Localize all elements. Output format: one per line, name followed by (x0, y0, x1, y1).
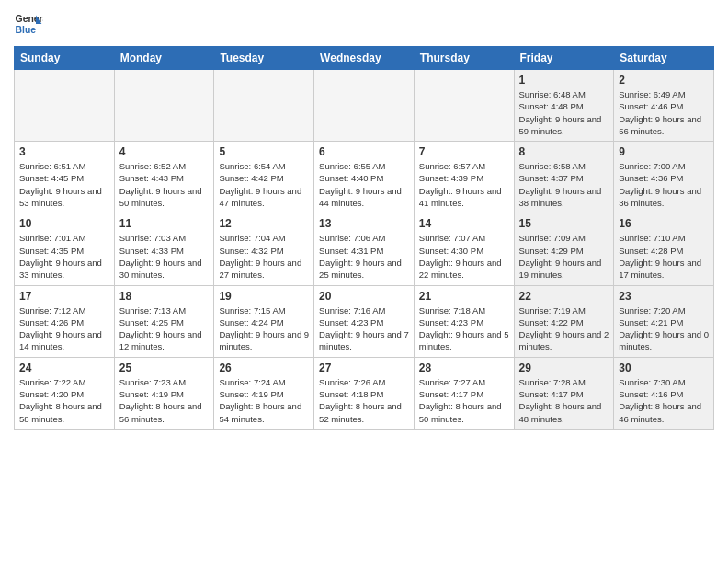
calendar-week-row: 10Sunrise: 7:01 AM Sunset: 4:35 PM Dayli… (15, 213, 714, 285)
day-info: Sunrise: 7:01 AM Sunset: 4:35 PM Dayligh… (19, 232, 109, 281)
day-number: 12 (219, 217, 309, 230)
day-number: 30 (619, 362, 709, 374)
day-info: Sunrise: 7:19 AM Sunset: 4:22 PM Dayligh… (519, 304, 609, 353)
weekday-header: Monday (114, 47, 214, 70)
calendar-day-cell: 17Sunrise: 7:12 AM Sunset: 4:26 PM Dayli… (15, 285, 115, 357)
day-number: 13 (319, 217, 409, 230)
day-number: 21 (419, 290, 509, 303)
calendar-day-cell: 5Sunrise: 6:54 AM Sunset: 4:42 PM Daylig… (214, 142, 314, 213)
day-info: Sunrise: 7:20 AM Sunset: 4:21 PM Dayligh… (619, 304, 709, 353)
day-info: Sunrise: 6:49 AM Sunset: 4:46 PM Dayligh… (619, 88, 709, 137)
day-number: 1 (519, 74, 609, 86)
calendar-day-cell: 20Sunrise: 7:16 AM Sunset: 4:23 PM Dayli… (314, 285, 415, 357)
calendar-day-cell (214, 70, 314, 142)
calendar-day-cell: 21Sunrise: 7:18 AM Sunset: 4:23 PM Dayli… (414, 285, 514, 357)
day-info: Sunrise: 7:18 AM Sunset: 4:23 PM Dayligh… (419, 304, 509, 353)
day-number: 26 (219, 362, 309, 374)
day-info: Sunrise: 7:27 AM Sunset: 4:17 PM Dayligh… (419, 376, 509, 425)
calendar-day-cell: 19Sunrise: 7:15 AM Sunset: 4:24 PM Dayli… (214, 285, 314, 357)
calendar-body: 1Sunrise: 6:48 AM Sunset: 4:48 PM Daylig… (15, 70, 714, 430)
calendar-day-cell: 8Sunrise: 6:58 AM Sunset: 4:37 PM Daylig… (514, 142, 614, 213)
calendar-day-cell: 13Sunrise: 7:06 AM Sunset: 4:31 PM Dayli… (314, 213, 415, 285)
calendar-day-cell: 1Sunrise: 6:48 AM Sunset: 4:48 PM Daylig… (514, 70, 614, 142)
weekday-header: Thursday (414, 47, 514, 70)
calendar-day-cell: 11Sunrise: 7:03 AM Sunset: 4:33 PM Dayli… (114, 213, 214, 285)
calendar-day-cell: 12Sunrise: 7:04 AM Sunset: 4:32 PM Dayli… (214, 213, 314, 285)
logo-icon: General Blue (14, 9, 43, 39)
calendar-day-cell: 16Sunrise: 7:10 AM Sunset: 4:28 PM Dayli… (614, 213, 714, 285)
day-number: 6 (319, 145, 409, 158)
day-info: Sunrise: 7:03 AM Sunset: 4:33 PM Dayligh… (119, 232, 210, 281)
day-number: 2 (619, 74, 709, 86)
day-info: Sunrise: 7:00 AM Sunset: 4:36 PM Dayligh… (619, 160, 709, 209)
calendar-week-row: 1Sunrise: 6:48 AM Sunset: 4:48 PM Daylig… (15, 70, 714, 142)
day-number: 18 (119, 290, 210, 303)
weekday-header: Saturday (614, 47, 714, 70)
day-number: 25 (119, 362, 210, 374)
day-number: 29 (519, 362, 609, 374)
calendar-week-row: 3Sunrise: 6:51 AM Sunset: 4:45 PM Daylig… (15, 142, 714, 213)
day-number: 3 (19, 145, 109, 158)
day-info: Sunrise: 6:54 AM Sunset: 4:42 PM Dayligh… (219, 160, 309, 209)
calendar-day-cell: 10Sunrise: 7:01 AM Sunset: 4:35 PM Dayli… (15, 213, 115, 285)
day-number: 20 (319, 290, 409, 303)
weekday-header: Wednesday (314, 47, 415, 70)
calendar-day-cell: 4Sunrise: 6:52 AM Sunset: 4:43 PM Daylig… (114, 142, 214, 213)
day-info: Sunrise: 6:48 AM Sunset: 4:48 PM Dayligh… (519, 88, 609, 137)
calendar-day-cell: 3Sunrise: 6:51 AM Sunset: 4:45 PM Daylig… (15, 142, 115, 213)
calendar-day-cell (114, 70, 214, 142)
day-info: Sunrise: 6:58 AM Sunset: 4:37 PM Dayligh… (519, 160, 609, 209)
day-number: 17 (19, 290, 109, 303)
day-info: Sunrise: 7:22 AM Sunset: 4:20 PM Dayligh… (19, 376, 109, 425)
day-number: 7 (419, 145, 509, 158)
day-info: Sunrise: 7:04 AM Sunset: 4:32 PM Dayligh… (219, 232, 309, 281)
day-number: 5 (219, 145, 309, 158)
day-info: Sunrise: 7:23 AM Sunset: 4:19 PM Dayligh… (119, 376, 210, 425)
day-number: 14 (419, 217, 509, 230)
calendar-day-cell: 28Sunrise: 7:27 AM Sunset: 4:17 PM Dayli… (414, 357, 514, 429)
day-number: 9 (619, 145, 709, 158)
day-info: Sunrise: 7:12 AM Sunset: 4:26 PM Dayligh… (19, 304, 109, 353)
day-number: 8 (519, 145, 609, 158)
calendar-day-cell: 26Sunrise: 7:24 AM Sunset: 4:19 PM Dayli… (214, 357, 314, 429)
weekday-header: Tuesday (214, 47, 314, 70)
calendar-day-cell: 7Sunrise: 6:57 AM Sunset: 4:39 PM Daylig… (414, 142, 514, 213)
day-number: 19 (219, 290, 309, 303)
svg-text:Blue: Blue (16, 25, 37, 35)
calendar-table: SundayMondayTuesdayWednesdayThursdayFrid… (14, 46, 714, 430)
logo: General Blue (14, 9, 43, 39)
day-info: Sunrise: 7:13 AM Sunset: 4:25 PM Dayligh… (119, 304, 210, 353)
calendar-day-cell: 22Sunrise: 7:19 AM Sunset: 4:22 PM Dayli… (514, 285, 614, 357)
calendar-week-row: 24Sunrise: 7:22 AM Sunset: 4:20 PM Dayli… (15, 357, 714, 429)
day-info: Sunrise: 7:16 AM Sunset: 4:23 PM Dayligh… (319, 304, 409, 353)
day-info: Sunrise: 7:07 AM Sunset: 4:30 PM Dayligh… (419, 232, 509, 281)
weekday-header: Friday (514, 47, 614, 70)
day-number: 16 (619, 217, 709, 230)
calendar-header-row: SundayMondayTuesdayWednesdayThursdayFrid… (15, 47, 714, 70)
day-number: 27 (319, 362, 409, 374)
day-info: Sunrise: 7:15 AM Sunset: 4:24 PM Dayligh… (219, 304, 309, 353)
day-info: Sunrise: 6:52 AM Sunset: 4:43 PM Dayligh… (119, 160, 210, 209)
calendar-day-cell: 15Sunrise: 7:09 AM Sunset: 4:29 PM Dayli… (514, 213, 614, 285)
calendar-day-cell: 18Sunrise: 7:13 AM Sunset: 4:25 PM Dayli… (114, 285, 214, 357)
calendar-day-cell: 29Sunrise: 7:28 AM Sunset: 4:17 PM Dayli… (514, 357, 614, 429)
calendar-day-cell (314, 70, 415, 142)
main-container: General Blue SundayMondayTuesdayWednesda… (0, 0, 728, 434)
day-number: 15 (519, 217, 609, 230)
day-number: 23 (619, 290, 709, 303)
calendar-day-cell: 30Sunrise: 7:30 AM Sunset: 4:16 PM Dayli… (614, 357, 714, 429)
calendar-week-row: 17Sunrise: 7:12 AM Sunset: 4:26 PM Dayli… (15, 285, 714, 357)
day-info: Sunrise: 7:24 AM Sunset: 4:19 PM Dayligh… (219, 376, 309, 425)
header: General Blue (14, 9, 714, 39)
day-info: Sunrise: 7:09 AM Sunset: 4:29 PM Dayligh… (519, 232, 609, 281)
day-number: 28 (419, 362, 509, 374)
calendar-day-cell: 2Sunrise: 6:49 AM Sunset: 4:46 PM Daylig… (614, 70, 714, 142)
day-info: Sunrise: 7:28 AM Sunset: 4:17 PM Dayligh… (519, 376, 609, 425)
day-info: Sunrise: 6:57 AM Sunset: 4:39 PM Dayligh… (419, 160, 509, 209)
weekday-header: Sunday (15, 47, 115, 70)
day-number: 24 (19, 362, 109, 374)
calendar-day-cell (15, 70, 115, 142)
day-info: Sunrise: 7:30 AM Sunset: 4:16 PM Dayligh… (619, 376, 709, 425)
day-number: 22 (519, 290, 609, 303)
day-info: Sunrise: 6:55 AM Sunset: 4:40 PM Dayligh… (319, 160, 409, 209)
